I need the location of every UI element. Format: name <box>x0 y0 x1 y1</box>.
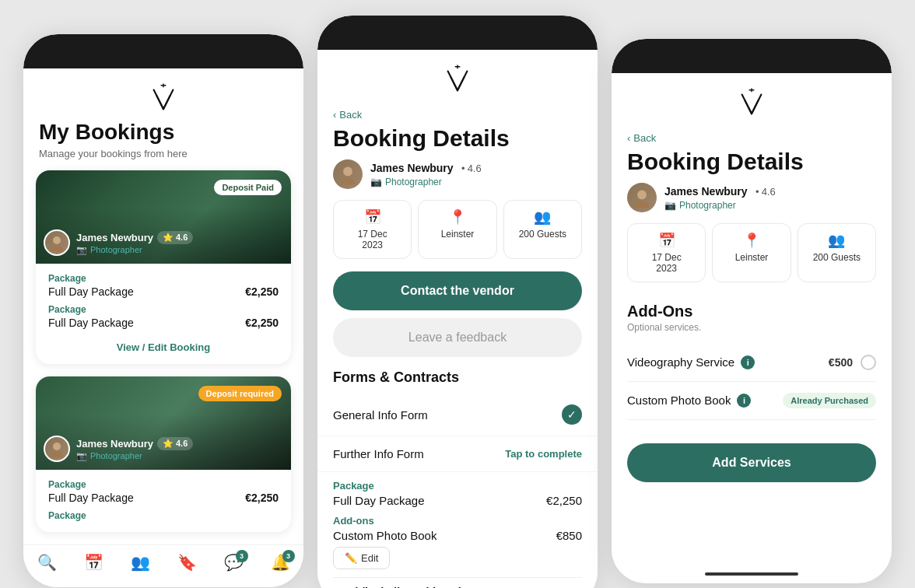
info-pill-guests-2: 👥 200 Guests <box>503 200 582 259</box>
svg-point-3 <box>51 452 63 457</box>
svg-point-5 <box>341 178 356 184</box>
addons-subtitle-3: Optional services. <box>627 322 876 333</box>
addon-right-photobook: Already Purchased <box>783 393 876 408</box>
page-title-3: Booking Details <box>612 144 892 183</box>
pkg-label-1b: Package <box>48 304 279 315</box>
form-row-general[interactable]: General Info Form ✓ <box>317 394 598 436</box>
addon-item-videography[interactable]: Videography Service i €500 <box>627 344 876 382</box>
vendor-info-row-3: James Newbury • 4.6 📷 Photographer <box>612 183 892 223</box>
addon-name-videography: Videography Service <box>627 355 734 369</box>
addon-price-videography: €500 <box>829 356 853 369</box>
notch-3 <box>709 47 794 65</box>
view-edit-btn-1[interactable]: View / Edit Booking <box>48 335 279 355</box>
total-row-s2: Total (including add-ons) €3,100.00 <box>333 577 582 588</box>
pkg-price-1b: €2,250 <box>245 317 279 329</box>
notch-1 <box>121 43 206 60</box>
info-icon-videography[interactable]: i <box>741 355 755 369</box>
back-link-2[interactable]: ‹ Back <box>317 101 598 121</box>
nav-calendar[interactable]: 📅 <box>84 553 103 572</box>
tap-complete-text[interactable]: Tap to complete <box>505 448 582 460</box>
chevron-left-icon-3: ‹ <box>627 132 630 144</box>
svg-point-6 <box>637 190 647 199</box>
pkg-name-1a: Full Day Package <box>48 285 134 298</box>
pkg-label-s2: Package <box>333 480 582 492</box>
info-icon-photobook[interactable]: i <box>737 394 751 408</box>
booking-card-1[interactable]: Deposit Paid James Newbury ⭐ 4.6 📷 Photo… <box>36 170 291 364</box>
rating-badge-2: ⭐ 4.6 <box>157 437 193 450</box>
leave-feedback-button[interactable]: Leave a feedback <box>333 318 582 357</box>
pkg-name-s2: Full Day Package <box>333 494 425 507</box>
deposit-badge-1: Deposit Paid <box>214 180 282 195</box>
form-label-further: Further Info Form <box>333 447 424 460</box>
logo-area-1 <box>23 68 303 120</box>
vendor-rating-2: • 4.6 <box>461 163 482 174</box>
booking-card-2[interactable]: Deposit required James Newbury ⭐ 4.6 📷 P… <box>36 376 291 532</box>
avatar-1 <box>44 229 70 256</box>
guests-icon-pill-2: 👥 <box>534 208 551 226</box>
svg-point-0 <box>53 236 61 244</box>
top-bar-3 <box>612 39 892 73</box>
nav-search[interactable]: 🔍 <box>37 553 57 572</box>
info-pills-3: 📅 17 Dec 2023 📍 Leinster 👥 200 Guests <box>612 223 892 295</box>
top-bar-2 <box>317 16 598 50</box>
already-purchased-badge: Already Purchased <box>783 393 876 408</box>
addon-item-photobook[interactable]: Custom Photo Book i Already Purchased <box>627 382 876 420</box>
nav-notification[interactable]: 🔔 3 <box>271 553 290 572</box>
pkg-label-2a: Package <box>48 479 279 490</box>
page-subtitle-1: Manage your bookings from here <box>23 148 303 159</box>
camera-icon-sm-2: 📷 <box>370 177 382 187</box>
info-pill-location-3: 📍 Leinster <box>712 223 791 282</box>
vendor-info-row-2: James Newbury • 4.6 📷 Photographer <box>317 159 598 200</box>
pkg-price-s2: €2,250 <box>546 494 582 507</box>
calendar-icon-pill-3: 📅 <box>658 232 675 249</box>
nav-chat[interactable]: 💬 3 <box>224 553 244 572</box>
rating-badge-1: ⭐ 4.6 <box>157 231 193 244</box>
location-icon-pill-3: 📍 <box>743 232 760 249</box>
pkg-price-2a: €2,250 <box>245 492 279 504</box>
screen3-content: ‹ Back Booking Details James Newbury • 4… <box>612 73 892 568</box>
pkg-name-2a: Full Day Package <box>48 492 134 504</box>
back-link-3[interactable]: ‹ Back <box>612 124 892 144</box>
form-row-further[interactable]: Further Info Form Tap to complete <box>317 436 598 472</box>
form-row-right-further: Tap to complete <box>505 448 582 460</box>
page-title-1: My Bookings <box>23 120 303 145</box>
screen3-phone: ‹ Back Booking Details James Newbury • 4… <box>612 39 892 583</box>
edit-button[interactable]: ✏️ Edit <box>333 547 390 569</box>
pkg-label-1a: Package <box>48 273 279 284</box>
pkg-row-2a: Full Day Package €2,250 <box>48 492 279 504</box>
info-pills-2: 📅 17 Dec 2023 📍 Leinster 👥 200 Guests <box>317 200 598 271</box>
pkg-row-1b: Full Day Package €2,250 <box>48 317 279 329</box>
vendor-row-1: James Newbury ⭐ 4.6 📷 Photographer <box>44 229 193 256</box>
forms-section-title: Forms & Contracts <box>317 369 598 394</box>
add-services-button[interactable]: Add Services <box>627 443 876 482</box>
addon-price-s2: €850 <box>556 529 582 542</box>
nav-people[interactable]: 👥 <box>131 553 150 572</box>
vendor-name-2: James Newbury <box>76 438 153 450</box>
booking-card-info-1: Package Full Day Package €2,250 Package … <box>36 264 291 364</box>
addon-name-photobook: Custom Photo Book <box>627 394 731 407</box>
screen1-phone: My Bookings Manage your bookings from he… <box>23 34 303 587</box>
form-label-general: General Info Form <box>333 408 428 422</box>
addon-radio-videography[interactable] <box>861 355 876 370</box>
edit-btn-container: ✏️ Edit <box>333 547 582 577</box>
search-icon: 🔍 <box>37 553 57 572</box>
vendor-details-3: James Newbury • 4.6 📷 Photographer <box>664 184 776 211</box>
nav-bookmark[interactable]: 🔖 <box>177 553 197 572</box>
logo-area-2 <box>317 50 598 101</box>
pkg-label-2b: Package <box>48 510 279 521</box>
vendor-name-badge-2: James Newbury ⭐ 4.6 <box>76 437 193 450</box>
calendar-icon-pill-2: 📅 <box>364 208 381 226</box>
logo-area-3 <box>612 73 892 124</box>
svg-point-7 <box>635 201 650 207</box>
vendor-row-2: James Newbury ⭐ 4.6 📷 Photographer <box>44 436 193 462</box>
booking-card-image-2: Deposit required James Newbury ⭐ 4.6 📷 P… <box>36 376 291 470</box>
avatar-2 <box>44 436 70 462</box>
addons-row-s2: Custom Photo Book €850 <box>333 529 582 542</box>
vendor-type-1: 📷 Photographer <box>76 245 193 255</box>
addons-section-3: Add-Ons Optional services. Videography S… <box>612 295 892 428</box>
addon-right-videography: €500 <box>829 355 876 370</box>
contact-vendor-button[interactable]: Contact the vendor <box>333 271 582 310</box>
svg-point-1 <box>51 246 63 251</box>
chevron-left-icon-2: ‹ <box>333 109 336 121</box>
vendor-type-2: 📷 Photographer <box>76 451 193 461</box>
